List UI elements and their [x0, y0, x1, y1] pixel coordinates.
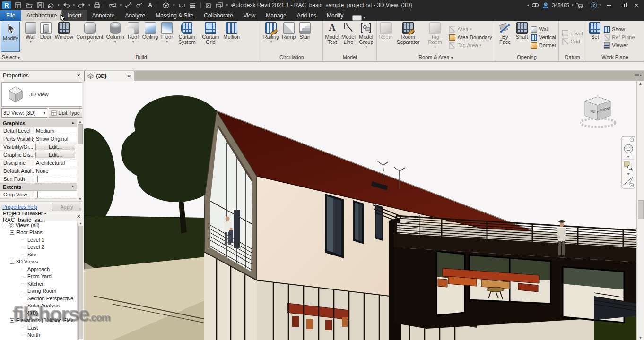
redo-icon[interactable] — [78, 2, 86, 9]
view-tab-3d[interactable]: {3D} ✕ — [84, 71, 134, 81]
steering-wheel-icon[interactable] — [624, 144, 633, 153]
crop-view-checkbox[interactable] — [37, 191, 38, 198]
visibility-edit-button[interactable]: Edit... — [35, 144, 75, 150]
tag-icon[interactable] — [135, 2, 143, 9]
graphic-display-edit-button[interactable]: Edit... — [35, 152, 75, 158]
viewport-scrollbar[interactable]: ▲ ▼ — [636, 81, 644, 340]
column-button[interactable]: Column▾ — [105, 22, 126, 53]
tab-annotate[interactable]: Annotate — [87, 10, 120, 21]
open-icon[interactable] — [25, 2, 33, 9]
3d-model-view[interactable] — [84, 81, 636, 340]
tree-item-elevations[interactable]: Elevations (Building Elev. — [0, 317, 84, 324]
roof-button[interactable]: Roof▾ — [126, 22, 141, 53]
view-cube[interactable]: LEFT FRONT — [580, 95, 618, 129]
edit-type-button[interactable]: Edit Type — [49, 108, 82, 118]
help-icon[interactable]: ? — [591, 2, 597, 8]
tab-add-ins[interactable]: Add-Ins — [292, 10, 322, 21]
switch-windows-dropdown[interactable]: ▾ — [226, 3, 228, 7]
undo-dropdown[interactable]: ▾ — [73, 3, 75, 7]
property-group-graphics[interactable]: Graphics▴ — [0, 119, 77, 127]
switch-windows-icon[interactable] — [216, 2, 224, 9]
tab-manage[interactable]: Manage — [261, 10, 291, 21]
close-button[interactable]: ✕ — [631, 1, 642, 9]
tab-collaborate[interactable]: Collaborate — [199, 10, 238, 21]
measure-icon[interactable] — [109, 2, 117, 9]
print-icon[interactable] — [93, 2, 101, 9]
collapse-search-icon[interactable]: ◂ — [527, 3, 529, 7]
sun-path-checkbox[interactable] — [37, 176, 38, 182]
modify-button[interactable]: Modify — [1, 22, 20, 52]
project-browser-scrollbar[interactable]: ▲ — [77, 221, 84, 340]
panel-label-build[interactable]: Build — [22, 54, 261, 61]
tab-analyze[interactable]: Analyze — [120, 10, 150, 21]
default-3d-view-icon[interactable] — [162, 2, 170, 9]
panel-label-work-plane[interactable]: Work Plane — [586, 54, 644, 61]
collapse-toggle[interactable] — [10, 260, 14, 264]
by-face-button[interactable]: By Face — [496, 22, 514, 53]
tree-item-approach[interactable]: Approach — [0, 265, 84, 273]
mullion-button[interactable]: Mullion — [222, 22, 241, 53]
tree-item-living-room[interactable]: Living Room — [0, 288, 84, 295]
property-row[interactable]: Detail LevelMedium — [0, 127, 77, 135]
tab-file[interactable]: File — [0, 10, 21, 21]
view-tab-list-icon[interactable] — [634, 73, 642, 78]
tab-architecture[interactable]: Architecture — [21, 10, 62, 21]
tree-item-east[interactable]: East — [0, 324, 84, 332]
save-icon[interactable] — [36, 2, 44, 9]
tree-item-section-perspective[interactable]: Section Perspective — [0, 295, 84, 302]
file-properties-icon[interactable] — [14, 2, 22, 9]
text-icon[interactable]: A — [146, 2, 154, 9]
help-dropdown[interactable]: ▾ — [599, 3, 601, 7]
3d-view-dropdown[interactable]: ▾ — [173, 3, 175, 7]
set-button[interactable]: Set — [587, 22, 602, 53]
search-icon[interactable] — [531, 2, 539, 9]
tree-item-solar-analysis[interactable]: Solar Analysis — [0, 302, 84, 310]
collapse-toggle[interactable] — [10, 318, 14, 323]
tab-massing-site[interactable]: Massing & Site — [150, 10, 199, 21]
facade-window-2[interactable] — [353, 200, 364, 244]
component-button[interactable]: Component▾ — [75, 22, 105, 53]
panel-label-opening[interactable]: Opening — [495, 54, 559, 61]
tag-room-button[interactable]: Tag Room▾ — [422, 22, 448, 53]
panel-label-datum[interactable]: Datum — [559, 54, 586, 61]
tree-item-from-yard[interactable]: From Yard — [0, 273, 84, 280]
ramp-button[interactable]: Ramp — [280, 22, 297, 53]
app-store-cart-icon[interactable] — [575, 2, 583, 9]
apply-button[interactable]: Apply — [52, 203, 81, 211]
viewer-button[interactable]: Viewer — [604, 42, 635, 50]
properties-header[interactable]: Properties ✕ — [0, 71, 84, 80]
grid-button[interactable]: Grid — [562, 37, 583, 45]
stair-button[interactable]: Stair — [297, 22, 313, 53]
sync-icon[interactable] — [47, 2, 55, 9]
properties-close-icon[interactable]: ✕ — [77, 72, 81, 78]
facade-window-1[interactable] — [325, 194, 344, 258]
panel-label-circulation[interactable]: Circulation — [261, 54, 323, 61]
room-separator-button[interactable]: Room Separator — [394, 22, 422, 53]
collapse-toggle[interactable] — [2, 223, 6, 227]
property-row[interactable]: Visibility/Gr...Edit... — [0, 143, 77, 151]
property-row[interactable]: Sun Path — [0, 175, 77, 183]
level-button[interactable]: Level — [562, 29, 583, 37]
curtain-system-button[interactable]: Curtain System — [174, 22, 199, 53]
wall-button[interactable]: Wall▾ — [23, 22, 38, 53]
panel-label-room-area[interactable]: Room & Area ▾ — [377, 54, 495, 61]
type-selector-combo[interactable]: 3D View: {3D}▾ — [1, 108, 47, 118]
collapse-toggle[interactable] — [10, 230, 14, 235]
area-button[interactable]: Area▾ — [449, 26, 492, 34]
tree-item-3d-views[interactable]: 3D Views — [0, 258, 84, 266]
curtain-grid-button[interactable]: Curtain Grid — [199, 22, 222, 53]
property-row[interactable]: Graphic Dis...Edit... — [0, 151, 77, 159]
ceiling-button[interactable]: Ceiling — [141, 22, 160, 53]
ribbon-display-toggle[interactable]: ▾ — [352, 15, 365, 21]
user-account-icon[interactable] — [541, 2, 549, 9]
user-id[interactable]: 345465 — [552, 2, 569, 8]
tree-item-3d-active[interactable]: {3D} — [0, 309, 84, 317]
floor-button[interactable]: Floor▾ — [159, 22, 174, 53]
minimize-button[interactable] — [603, 1, 615, 9]
restore-button[interactable] — [617, 1, 628, 9]
panel-label-model[interactable]: Model — [323, 54, 376, 61]
tree-item-north[interactable]: North — [0, 332, 84, 339]
revit-logo[interactable]: R — [2, 1, 11, 9]
sync-dropdown[interactable]: ▾ — [58, 3, 60, 7]
user-dropdown[interactable]: ▾ — [572, 3, 574, 7]
